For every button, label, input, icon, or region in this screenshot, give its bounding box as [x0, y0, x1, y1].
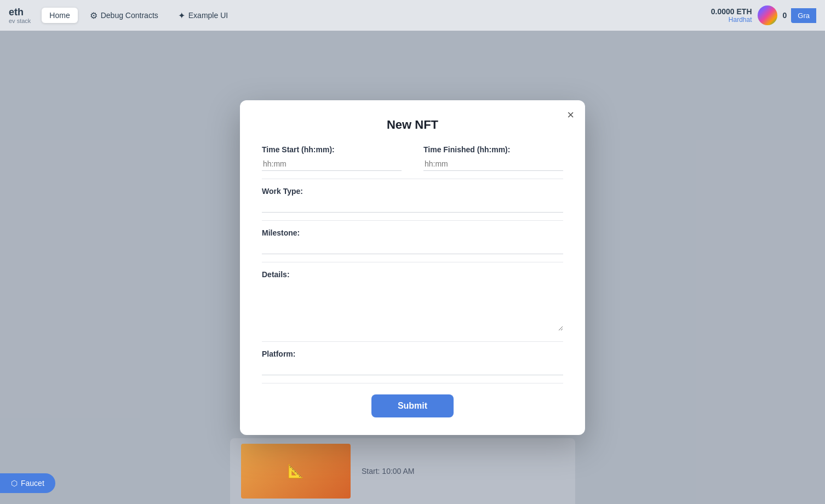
work-type-input[interactable] [262, 199, 563, 213]
backdrop: 📐 Start: 10:00 AM × New NFT Time Start (… [0, 31, 825, 504]
time-start-label: Time Start (hh:mm): [262, 145, 402, 154]
faucet-label: Faucet [21, 479, 44, 488]
work-type-section: Work Type: [262, 179, 563, 221]
time-start-field: Time Start (hh:mm): [262, 145, 402, 171]
time-finished-label: Time Finished (hh:mm): [423, 145, 563, 154]
debug-contracts-nav-button[interactable]: ⚙ Debug Contracts [82, 7, 166, 24]
debug-icon: ⚙ [90, 10, 98, 21]
modal-close-button[interactable]: × [567, 109, 574, 121]
modal-overlay: × New NFT Time Start (hh:mm): Time Finis… [0, 31, 825, 504]
platform-label: Platform: [262, 350, 563, 358]
eth-info: 0.0000 ETH Hardhat [711, 7, 752, 24]
example-ui-nav-button[interactable]: ✦ Example UI [170, 7, 236, 24]
nav-right: 0.0000 ETH Hardhat 0 [711, 5, 787, 25]
faucet-button[interactable]: ⬡ Faucet [0, 473, 55, 493]
modal-title: New NFT [262, 118, 563, 132]
work-type-label: Work Type: [262, 187, 563, 196]
time-fields-section: Time Start (hh:mm): Time Finished (hh:mm… [262, 145, 563, 179]
platform-input[interactable] [262, 362, 563, 375]
card-image: 📐 [241, 444, 351, 499]
details-label: Details: [262, 270, 563, 279]
eth-network: Hardhat [711, 16, 752, 24]
example-ui-label: Example UI [188, 11, 228, 20]
card-start-text: Start: 10:00 AM [362, 467, 415, 476]
avatar[interactable] [758, 5, 777, 25]
new-nft-modal: × New NFT Time Start (hh:mm): Time Finis… [240, 100, 585, 435]
home-label: Home [49, 11, 70, 20]
details-textarea[interactable] [262, 282, 563, 331]
milestone-input[interactable] [262, 240, 563, 254]
brand-subtitle: ev stack [9, 18, 31, 24]
home-nav-button[interactable]: Home [42, 8, 77, 23]
time-finished-field: Time Finished (hh:mm): [423, 145, 563, 171]
grab-label: Gra [798, 12, 810, 20]
time-finished-input[interactable] [423, 157, 563, 171]
navbar: eth ev stack Home ⚙ Debug Contracts ✦ Ex… [0, 0, 825, 31]
submit-row: Submit [262, 394, 563, 417]
brand-name: eth [9, 7, 26, 18]
time-start-input[interactable] [262, 157, 402, 171]
details-section: Details: [262, 262, 563, 342]
debug-label: Debug Contracts [101, 11, 158, 20]
account-address: 0 [783, 11, 787, 20]
platform-section: Platform: [262, 342, 563, 383]
submit-button[interactable]: Submit [371, 394, 454, 417]
faucet-icon: ⬡ [11, 479, 18, 488]
milestone-section: Milestone: [262, 221, 563, 262]
grab-button[interactable]: Gra [791, 8, 816, 23]
milestone-label: Milestone: [262, 228, 563, 237]
sparkle-icon: ✦ [178, 10, 185, 21]
eth-amount: 0.0000 ETH [711, 7, 752, 16]
background-content: 📐 Start: 10:00 AM [230, 438, 575, 504]
